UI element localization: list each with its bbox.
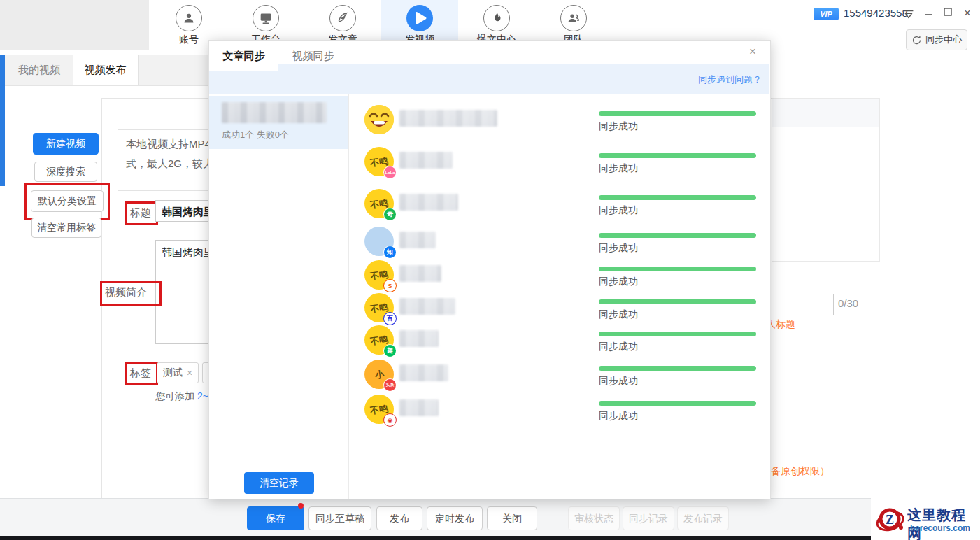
play-icon bbox=[406, 5, 433, 31]
avatar-text: 不鸣 bbox=[369, 334, 389, 346]
notification-dot bbox=[298, 503, 304, 509]
orange-hint-bottom: 具备原创权限） bbox=[761, 465, 830, 478]
censored-account-name bbox=[399, 152, 453, 169]
tab-video-publish[interactable]: 视频发布 bbox=[73, 55, 139, 85]
char-counter: 0/30 bbox=[838, 297, 858, 309]
clear-records-button[interactable]: 清空记录 bbox=[244, 472, 314, 494]
filter-dropdown-icon[interactable] bbox=[901, 7, 916, 22]
sync-status-text: 同步成功 bbox=[599, 242, 638, 255]
account-avatar: 不鸣◉ bbox=[364, 395, 394, 424]
monitor-icon bbox=[253, 5, 279, 31]
description-label: 视频简介 bbox=[105, 286, 147, 299]
close-window-button[interactable]: × bbox=[960, 6, 975, 21]
scheduled-publish-button[interactable]: 定时发布 bbox=[427, 506, 483, 530]
censored-account-name bbox=[399, 364, 448, 381]
default-category-button[interactable]: 默认分类设置 bbox=[31, 190, 104, 212]
tags-label: 标签 bbox=[130, 367, 151, 380]
platform-badge-icon: 百 bbox=[384, 313, 396, 325]
account-avatar: 小头条 bbox=[364, 360, 394, 389]
sync-status-text: 同步成功 bbox=[599, 162, 638, 175]
tags-hint: 您可添加 2~ bbox=[155, 390, 208, 403]
save-button[interactable]: 保存 bbox=[247, 506, 304, 530]
refresh-icon bbox=[911, 35, 922, 45]
dialog-close-icon[interactable]: × bbox=[745, 44, 760, 59]
platform-badge-icon: 奇 bbox=[384, 208, 396, 220]
account-avatar: 知 bbox=[364, 227, 394, 256]
platform-badge-icon: LaLa bbox=[384, 166, 396, 178]
watermark-url: herecours.com bbox=[910, 523, 970, 533]
sync-progress-bar bbox=[599, 195, 756, 200]
upload-hint-line1: 本地视频支持MP4 bbox=[126, 138, 211, 151]
sync-history-item[interactable]: 成功1个 失败0个 bbox=[209, 96, 348, 149]
avatar-text: 不鸣 bbox=[369, 404, 389, 415]
dialog-tab-video-sync[interactable]: 视频同步 bbox=[278, 41, 348, 71]
active-section-indicator bbox=[0, 55, 5, 186]
watermark-logo-icon: Z bbox=[875, 505, 904, 534]
account-avatar: 不鸣S bbox=[364, 260, 394, 290]
account-avatar: 不鸣百 bbox=[364, 293, 394, 322]
sync-records-button: 同步记录 bbox=[623, 506, 674, 530]
sync-status-text: 同步成功 bbox=[599, 308, 638, 321]
sync-status-text: 同步成功 bbox=[599, 276, 638, 288]
new-video-button[interactable]: 新建视频 bbox=[33, 133, 99, 155]
review-status-button: 审核状态 bbox=[568, 506, 620, 530]
platform-badge-icon: 头条 bbox=[384, 379, 396, 391]
sync-help-link[interactable]: 同步遇到问题？ bbox=[698, 73, 762, 86]
censored-account-name bbox=[399, 399, 439, 416]
right-panel-header bbox=[772, 99, 879, 127]
bottom-edge-strip bbox=[0, 536, 879, 540]
deep-search-button[interactable]: 深度搜索 bbox=[34, 162, 97, 182]
sync-status-text: 同步成功 bbox=[599, 410, 638, 422]
sync-center-dialog: 同步中心 × 文章同步 视频同步 同步遇到问题？ 成功1个 失败0个 同步成功不… bbox=[208, 40, 771, 499]
sync-progress-bar bbox=[599, 233, 756, 238]
tab-my-videos[interactable]: 我的视频 bbox=[6, 55, 73, 85]
avatar-text: 不鸣 bbox=[369, 156, 389, 167]
history-stats: 成功1个 失败0个 bbox=[222, 129, 289, 141]
laughing-face-icon bbox=[364, 105, 394, 134]
feather-icon bbox=[329, 5, 356, 31]
tags-hint-count: 2~ bbox=[197, 390, 208, 402]
avatar-text: 小 bbox=[374, 369, 385, 380]
censored-account-name bbox=[399, 330, 439, 347]
sync-progress-bar bbox=[599, 267, 756, 271]
user-icon bbox=[176, 5, 202, 31]
account-avatar: 不鸣趣 bbox=[364, 325, 394, 355]
sync-center-button[interactable]: 同步中心 bbox=[906, 29, 967, 50]
sync-status-text: 同步成功 bbox=[599, 341, 638, 353]
account-avatar: 不鸣LaLa bbox=[364, 147, 394, 176]
account-avatar: 不鸣奇 bbox=[364, 189, 394, 218]
censored-account-name bbox=[399, 194, 458, 211]
censored-account-name bbox=[399, 298, 455, 315]
minimize-button[interactable] bbox=[921, 6, 936, 21]
avatar-text: 不鸣 bbox=[369, 269, 389, 280]
publish-button[interactable]: 发布 bbox=[376, 506, 422, 530]
platform-badge-icon: S bbox=[384, 280, 396, 292]
sync-progress-bar bbox=[599, 111, 756, 116]
close-button[interactable]: 关闭 bbox=[487, 506, 537, 530]
clear-tags-button[interactable]: 清空常用标签 bbox=[31, 218, 101, 238]
sync-progress-bar bbox=[599, 153, 756, 158]
sync-progress-bar bbox=[599, 332, 756, 336]
sync-status-text: 同步成功 bbox=[599, 375, 638, 388]
platform-badge-icon: 趣 bbox=[384, 345, 396, 357]
censored-account-name bbox=[399, 265, 441, 282]
dialog-tab-article-sync[interactable]: 文章同步 bbox=[209, 41, 278, 71]
account-number: 15549423558 bbox=[844, 7, 908, 19]
title-label: 标题 bbox=[130, 206, 151, 220]
tag-chip[interactable]: 测试 × bbox=[157, 362, 199, 383]
upload-hint-line2: 式，最大2G，较大 bbox=[126, 157, 213, 171]
publish-records-button: 发布记录 bbox=[677, 506, 729, 530]
tag-text: 测试 bbox=[163, 367, 183, 379]
tag-remove-icon[interactable]: × bbox=[187, 367, 192, 378]
sync-status-text: 同步成功 bbox=[599, 204, 638, 217]
sync-status-text: 同步成功 bbox=[599, 120, 638, 133]
svg-text:Z: Z bbox=[886, 513, 894, 527]
maximize-button[interactable] bbox=[940, 6, 956, 21]
platform-badge-icon: ◉ bbox=[384, 414, 396, 426]
sync-to-draft-button[interactable]: 同步至草稿 bbox=[308, 506, 371, 530]
sync-progress-bar bbox=[599, 401, 756, 406]
dialog-column-divider bbox=[348, 94, 349, 499]
sync-progress-bar bbox=[599, 299, 756, 304]
censored-account-name bbox=[399, 232, 436, 248]
platform-badge-icon: 知 bbox=[384, 246, 396, 258]
